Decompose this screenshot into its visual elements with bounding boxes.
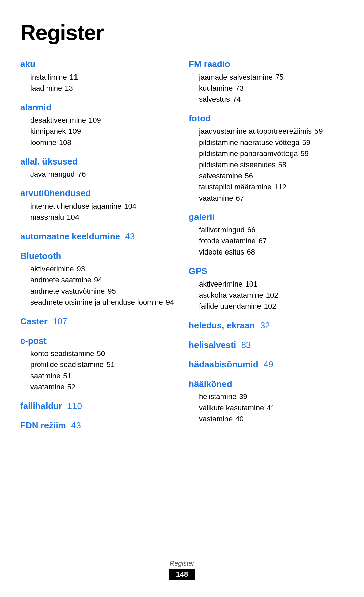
- index-section-gps: GPSaktiveerimine101asukoha vaatamine102f…: [189, 266, 344, 312]
- section-heading-alarmid: alarmid: [20, 102, 175, 113]
- footer-label: Register: [0, 560, 364, 567]
- entry-number: 104: [124, 202, 136, 210]
- entry-number: 94: [166, 298, 174, 306]
- entry-item: installimine11: [20, 71, 175, 83]
- entry-item: aktiveerimine101: [189, 278, 344, 290]
- index-section-galerii: galeriifailivormingud66fotode vaatamine6…: [189, 212, 344, 258]
- entry-item: konto seadistamine50: [20, 348, 175, 359]
- entry-number: 59: [302, 138, 310, 147]
- section-heading-bluetooth: Bluetooth: [20, 250, 175, 262]
- section-heading-arvutiuhendused: arvutiühendused: [20, 188, 175, 199]
- entry-item: kuulamine73: [189, 83, 344, 94]
- index-section-e-post: e-postkonto seadistamine50profiilide sea…: [20, 335, 175, 393]
- entry-item: salvestus74: [189, 94, 344, 105]
- section-heading-caster: Caster 107: [20, 316, 175, 327]
- entry-item: salvestamine56: [189, 170, 344, 181]
- section-heading-e-post: e-post: [20, 335, 175, 347]
- entry-number: 73: [235, 84, 243, 92]
- entry-number: 50: [97, 349, 105, 358]
- entry-number: 109: [68, 127, 81, 136]
- index-section-hadaabisõnumid: hädaabisõnumid 49: [189, 359, 344, 370]
- entry-number: 76: [78, 170, 86, 178]
- entry-item: vastamine40: [189, 413, 344, 424]
- entry-number: 40: [235, 415, 243, 423]
- entry-item: aktiveerimine93: [20, 263, 175, 274]
- entry-item: vaatamine52: [20, 381, 175, 392]
- entry-number: 56: [245, 172, 253, 180]
- entry-number: 94: [94, 276, 102, 284]
- section-number-fdn-reziim: 43: [71, 420, 81, 430]
- index-section-aku: akuinstallimine11laadimine13: [20, 59, 175, 94]
- index-section-fdn-reziim: FDN režiim 43: [20, 420, 175, 431]
- entry-number: 109: [89, 116, 101, 124]
- entry-item: jäädvustamine autoportreerežiimis59: [189, 126, 344, 137]
- entry-item: fotode vaatamine67: [189, 235, 344, 246]
- entry-number: 108: [59, 138, 71, 147]
- entry-item: loomine108: [20, 137, 175, 148]
- entry-item: failivormingud66: [189, 224, 344, 235]
- entry-number: 95: [108, 287, 116, 295]
- entry-number: 67: [259, 237, 267, 245]
- entry-item: desaktiveerimine109: [20, 115, 175, 126]
- entry-item: taustapildi määramine112: [189, 181, 344, 192]
- index-section-failihaldur: failihaldur 110: [20, 400, 175, 412]
- section-heading-helisalvesti: helisalvesti 83: [189, 339, 344, 351]
- entry-item: massmälu104: [20, 212, 175, 223]
- section-number-hadaabisõnumid: 49: [264, 359, 273, 369]
- entry-item: jaamade salvestamine75: [189, 71, 344, 83]
- section-heading-galerii: galerii: [189, 212, 344, 223]
- section-number-helisalvesti: 83: [241, 340, 251, 350]
- section-heading-heledus-ekraan: heledus, ekraan 32: [189, 320, 344, 331]
- right-column: FM raadiojaamade salvestamine75kuulamine…: [189, 59, 344, 440]
- footer: Register 148: [0, 560, 364, 580]
- index-section-haalkooned: häälkõnedhelistamine39valikute kasutamin…: [189, 379, 344, 425]
- section-heading-hadaabisõnumid: hädaabisõnumid 49: [189, 359, 344, 370]
- entry-number: 74: [233, 95, 241, 103]
- index-section-automaatne-keeldumine: automaatne keeldumine 43: [20, 231, 175, 242]
- entry-item: andmete saatmine94: [20, 274, 175, 286]
- entry-number: 51: [107, 360, 115, 369]
- entry-item: failide uuendamine102: [189, 301, 344, 312]
- entry-item: pildistamine panoraamvõttega59: [189, 148, 344, 159]
- entry-number: 66: [247, 226, 255, 234]
- section-heading-fdn-reziim: FDN režiim 43: [20, 420, 175, 431]
- entry-number: 102: [264, 302, 276, 310]
- entry-item: asukoha vaatamine102: [189, 290, 344, 301]
- section-number-failihaldur: 110: [67, 401, 82, 411]
- entry-number: 93: [77, 265, 85, 273]
- entry-number: 39: [239, 392, 247, 401]
- entry-number: 67: [236, 194, 244, 202]
- section-number-heledus-ekraan: 32: [260, 320, 270, 330]
- entry-number: 75: [275, 73, 283, 81]
- entry-item: profiilide seadistamine51: [20, 359, 175, 370]
- entry-number: 11: [70, 73, 78, 81]
- index-section-bluetooth: Bluetoothaktiveerimine93andmete saatmine…: [20, 250, 175, 308]
- entry-item: kinnipanek109: [20, 126, 175, 137]
- entry-number: 52: [67, 383, 75, 391]
- section-heading-aku: aku: [20, 59, 175, 70]
- entry-number: 58: [278, 160, 286, 169]
- index-section-fotod: fotodjäädvustamine autoportreerežiimis59…: [189, 113, 344, 204]
- entry-number: 59: [314, 127, 323, 136]
- index-columns: akuinstallimine11laadimine13alarmiddesak…: [20, 59, 344, 440]
- entry-item: helistamine39: [189, 391, 344, 402]
- entry-number: 59: [301, 149, 309, 158]
- index-section-alarmid: alarmiddesaktiveerimine109kinnipanek109l…: [20, 102, 175, 148]
- section-heading-automaatne-keeldumine: automaatne keeldumine 43: [20, 231, 175, 242]
- entry-number: 41: [267, 404, 275, 412]
- entry-number: 102: [266, 291, 278, 299]
- index-section-heledus-ekraan: heledus, ekraan 32: [189, 320, 344, 331]
- section-number-caster: 107: [53, 316, 67, 326]
- entry-number: 101: [245, 280, 258, 288]
- index-section-arvutiuhendused: arvutiühendusedinternetiühenduse jagamin…: [20, 188, 175, 223]
- section-heading-gps: GPS: [189, 266, 344, 277]
- entry-number: 13: [65, 84, 73, 92]
- section-heading-failihaldur: failihaldur 110: [20, 400, 175, 412]
- footer-page-number: 148: [169, 569, 195, 580]
- entry-item: andmete vastuvõtmine95: [20, 286, 175, 297]
- entry-number: 51: [63, 371, 71, 380]
- entry-number: 112: [274, 183, 286, 191]
- index-section-caster: Caster 107: [20, 316, 175, 327]
- page-title: Register: [20, 20, 344, 45]
- entry-item: valikute kasutamine41: [189, 402, 344, 413]
